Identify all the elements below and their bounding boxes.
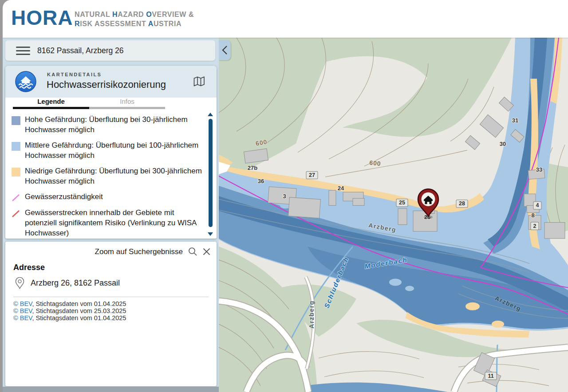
legend-scrollbar[interactable] xyxy=(208,112,213,237)
search-input[interactable]: 8162 Passail, Arzberg 26 xyxy=(37,46,124,55)
bev-link[interactable]: © BEV xyxy=(13,307,32,314)
legend-swatch xyxy=(12,116,20,125)
map-label-house: 31 xyxy=(512,117,518,124)
zoom-to-results-label: Zoom auf Suchergebnisse xyxy=(95,247,183,256)
search-bar[interactable]: 8162 Passail, Arzberg 26 xyxy=(5,40,215,61)
logo-subtitle: NATURAL HAZARD OVERVIEW & RISK ASSESSMEN… xyxy=(75,10,194,28)
building xyxy=(353,198,364,205)
panel-tabs: Legende Infos xyxy=(5,98,217,109)
legend-item: Hohe Gefährdung: Überflutung bei 30-jähr… xyxy=(12,114,203,135)
copyright-line: © BEV, Stichtagsdaten vom 01.04.2025 xyxy=(13,314,126,321)
map-label-contour: 600 xyxy=(369,159,382,167)
menu-icon[interactable] xyxy=(16,44,30,57)
copyright-text: , Stichtagsdaten vom 25.03.2025 xyxy=(32,307,126,314)
map-label-house: 24 xyxy=(338,185,344,192)
legend-label: Mittlere Gefährdung: Überflutung bei 100… xyxy=(25,140,203,161)
scroll-down-arrow[interactable] xyxy=(208,232,213,236)
map-label-house: 36 xyxy=(258,178,264,184)
legend-item: Gewässerzuständigkeit xyxy=(12,192,203,202)
map-label-houseBox: 4 xyxy=(536,202,539,208)
sidebar-collapse-button[interactable] xyxy=(219,40,231,60)
building xyxy=(544,223,565,239)
location-pin-icon xyxy=(15,277,24,289)
map-label-houseBox: 27 xyxy=(309,172,315,178)
building xyxy=(288,197,321,218)
search-results-panel: Zoom auf Suchergebnisse Adresse Arzberg … xyxy=(5,242,217,386)
building xyxy=(398,208,407,224)
legend-label: Gewässerzuständigkeit xyxy=(25,192,103,202)
search-icon[interactable] xyxy=(188,247,197,256)
legend-item: Mittlere Gefährdung: Überflutung bei 100… xyxy=(12,140,203,161)
panel-kicker: KARTENDETAILS xyxy=(47,72,102,77)
legend-list: Hohe Gefährdung: Überflutung bei 30-jähr… xyxy=(5,109,217,239)
tab-infos[interactable]: Infos xyxy=(89,98,165,109)
legend-label: Hohe Gefährdung: Überflutung bei 30-jähr… xyxy=(25,114,203,135)
map-label-house: 30 xyxy=(500,140,506,147)
bev-link[interactable]: © BEV xyxy=(13,314,32,321)
map-label-houseBox: 28 xyxy=(459,200,465,207)
hora-logo: HORA xyxy=(11,6,73,29)
chevron-left-icon xyxy=(222,45,228,55)
legend-swatch xyxy=(12,142,20,151)
hora-app: 60060027b362732425282631303348211Arzberg… xyxy=(3,0,568,392)
logo-subtitle-line2: RISK ASSESSMENT AUSTRIA xyxy=(75,19,194,28)
map-label-houseBox: 25 xyxy=(399,200,405,206)
copyright-block: © BEV, Stichtagsdaten vom 01.04.2025© BE… xyxy=(13,300,126,321)
address-result-row[interactable]: Arzberg 26, 8162 Passail xyxy=(15,277,120,289)
kartendetails-header: KARTENDETAILS Hochwasserrisikozonierung xyxy=(5,66,217,98)
scroll-thumb[interactable] xyxy=(209,119,213,227)
flood-hazard-icon xyxy=(15,71,36,92)
legend-label: Gewässerstrecken innerhalb der Gebiete m… xyxy=(25,208,203,238)
map-label-house: 3 xyxy=(283,193,286,200)
map-label-house: 27b xyxy=(248,165,257,171)
address-heading: Adresse xyxy=(13,263,45,272)
building xyxy=(329,190,336,205)
copyright-line: © BEV, Stichtagsdaten vom 25.03.2025 xyxy=(13,307,126,314)
map-label-house: 33 xyxy=(536,166,542,173)
bev-link[interactable]: © BEV xyxy=(13,300,32,307)
scroll-up-arrow[interactable] xyxy=(208,113,213,116)
address-result-text: Arzberg 26, 8162 Passail xyxy=(31,278,120,288)
panel-title: Hochwasserrisikozonierung xyxy=(47,79,166,90)
legend-label: Niedrige Gefährdung: Überflutung bei 300… xyxy=(25,166,203,186)
zoom-to-results-button[interactable]: Zoom auf Suchergebnisse xyxy=(95,247,210,256)
sidebar-bottom-edge xyxy=(3,387,219,392)
legend-swatch xyxy=(12,193,20,202)
tab-legende[interactable]: Legende xyxy=(13,98,89,109)
legend-item: Niedrige Gefährdung: Überflutung bei 300… xyxy=(12,166,203,186)
logo-subtitle-line1: NATURAL HAZARD OVERVIEW & xyxy=(75,10,194,19)
kartendetails-panel: KARTENDETAILS Hochwasserrisikozonierung … xyxy=(5,66,217,239)
copyright-line: © BEV, Stichtagsdaten vom 01.04.2025 xyxy=(13,300,126,307)
legend-swatch xyxy=(12,168,20,176)
map-label-houseBox: 11 xyxy=(488,373,493,379)
sidebar: 8162 Passail, Arzberg 26 xyxy=(3,38,219,392)
legend-swatch xyxy=(12,209,20,218)
legend-item: Gewässerstrecken innerhalb der Gebiete m… xyxy=(12,208,203,238)
copyright-text: , Stichtagsdaten vom 01.04.2025 xyxy=(32,314,126,321)
app-header: HORA NATURAL HAZARD OVERVIEW & RISK ASSE… xyxy=(3,0,568,38)
divider xyxy=(13,297,209,297)
copyright-text: , Stichtagsdaten vom 01.04.2025 xyxy=(32,300,126,307)
close-icon[interactable] xyxy=(203,248,210,255)
map-label-street: Arzberg xyxy=(308,300,315,329)
map-label-house: 8 xyxy=(531,212,534,218)
map-canvas[interactable]: 60060027b362732425282631303348211Arzberg… xyxy=(219,38,568,392)
map-label-houseBox: 2 xyxy=(533,223,536,229)
map-fold-icon[interactable] xyxy=(193,76,205,86)
